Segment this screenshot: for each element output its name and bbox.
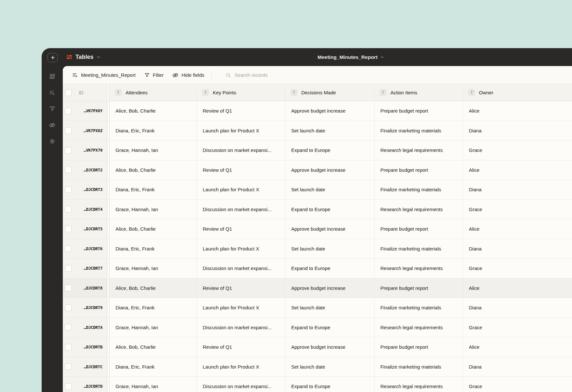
cell-key-points[interactable]: Review of Q1 [197,278,285,298]
row-id-cell[interactable]: …DJCDRTA [74,318,107,338]
cell-key-points[interactable]: Discussion on market expansi... [197,377,285,392]
row-id-cell[interactable]: …DJCDRT4 [74,200,107,220]
settings-icon[interactable] [49,138,56,145]
cell-owner[interactable]: Grace [463,259,572,278]
row-checkbox[interactable] [65,147,72,154]
row-id-cell[interactable]: …DJCDRTC [74,357,107,377]
row-checkbox[interactable] [65,108,72,114]
filter-button[interactable]: Filter [144,72,164,78]
back-button[interactable] [48,53,58,62]
row-id-cell[interactable]: …VK7PX6Y [74,101,107,121]
cell-action-items[interactable]: Finalize marketing materials [375,121,463,141]
cell-action-items[interactable]: Research legal requirements [375,377,463,392]
cell-action-items[interactable]: Finalize marketing materials [375,239,463,259]
cell-action-items[interactable]: Finalize marketing materials [375,357,463,377]
cell-owner[interactable]: Grace [463,377,572,392]
cell-attendees[interactable]: Diana, Eric, Frank [110,298,197,318]
row-checkbox[interactable] [65,363,72,370]
cell-owner[interactable]: Diana [463,239,572,259]
cell-attendees[interactable]: Grace, Hannah, Ian [110,318,197,338]
row-id-cell[interactable]: …DJCDRTB [74,337,107,357]
cell-owner[interactable]: Alice [463,160,572,180]
cell-attendees[interactable]: Alice, Bob, Charlie [110,160,197,180]
cell-decisions-made[interactable]: Expand to Europe [285,141,375,160]
cell-key-points[interactable]: Launch plan for Product X [197,357,285,377]
cell-key-points[interactable]: Review of Q1 [197,101,285,121]
cell-owner[interactable]: Grace [463,141,572,160]
cell-action-items[interactable]: Finalize marketing materials [375,180,463,200]
cell-decisions-made[interactable]: Set launch date [285,180,375,200]
cell-action-items[interactable]: Research legal requirements [375,318,463,338]
cell-decisions-made[interactable]: Approve budget increase [285,278,375,298]
cell-key-points[interactable]: Review of Q1 [197,337,285,357]
cell-action-items[interactable]: Prepare budget report [375,219,463,239]
cell-decisions-made[interactable]: Approve budget increase [285,160,375,180]
cell-attendees[interactable]: Alice, Bob, Charlie [110,219,197,239]
cell-decisions-made[interactable]: Set launch date [285,239,375,259]
row-checkbox[interactable] [65,127,72,134]
cell-key-points[interactable]: Discussion on market expansi... [197,141,285,160]
cell-decisions-made[interactable]: Set launch date [285,121,375,141]
cell-key-points[interactable]: Discussion on market expansi... [197,259,285,278]
cell-key-points[interactable]: Discussion on market expansi... [197,200,285,220]
row-id-cell[interactable]: …DJCDRT5 [74,219,107,239]
frozen-column-divider[interactable] [107,84,110,101]
row-checkbox[interactable] [65,167,72,173]
row-checkbox[interactable] [65,206,72,212]
cell-attendees[interactable]: Grace, Hannah, Ian [110,141,197,160]
row-id-cell[interactable]: …VK7PX6Z [74,121,107,141]
cell-owner[interactable]: Alice [463,101,572,121]
cell-owner[interactable]: Diana [463,121,572,141]
row-id-cell[interactable]: …VK7PX70 [74,141,107,160]
cell-key-points[interactable]: Review of Q1 [197,219,285,239]
cell-action-items[interactable]: Prepare budget report [375,337,463,357]
cell-decisions-made[interactable]: Set launch date [285,357,375,377]
cell-action-items[interactable]: Research legal requirements [375,259,463,278]
add-view-icon[interactable] [49,89,56,96]
row-id-cell[interactable]: …DJCDRT3 [74,180,107,200]
cell-attendees[interactable]: Alice, Bob, Charlie [110,101,197,121]
cell-decisions-made[interactable]: Approve budget increase [285,219,375,239]
cell-decisions-made[interactable]: Set launch date [285,298,375,318]
cell-key-points[interactable]: Launch plan for Product X [197,298,285,318]
column-header-decisions-made[interactable]: T Decisions Made [285,84,375,101]
row-checkbox[interactable] [65,186,72,193]
row-id-cell[interactable]: …DJCDRTD [74,377,107,392]
cell-action-items[interactable]: Prepare budget report [375,101,463,121]
cell-key-points[interactable]: Launch plan for Product X [197,121,285,141]
cell-attendees[interactable]: Diana, Eric, Frank [110,180,197,200]
cell-action-items[interactable]: Finalize marketing materials [375,298,463,318]
row-id-cell[interactable]: …DJCDRT6 [74,239,107,259]
cell-owner[interactable]: Diana [463,298,572,318]
cell-key-points[interactable]: Discussion on market expansi... [197,318,285,338]
app-brand[interactable]: Tables [66,48,101,66]
apps-icon[interactable] [49,73,56,80]
row-id-cell[interactable]: …DJCDRT8 [74,278,107,298]
row-checkbox[interactable] [65,245,72,252]
cell-attendees[interactable]: Grace, Hannah, Ian [110,259,197,278]
row-checkbox[interactable] [65,324,72,331]
cell-owner[interactable]: Grace [463,200,572,220]
cell-attendees[interactable]: Diana, Eric, Frank [110,239,197,259]
row-id-cell[interactable]: …DJCDRT7 [74,259,107,278]
row-checkbox[interactable] [65,226,72,232]
cell-decisions-made[interactable]: Expand to Europe [285,259,375,278]
column-header-action-items[interactable]: T Action Items [375,84,463,101]
column-header-owner[interactable]: T Owner [463,84,572,101]
cell-owner[interactable]: Grace [463,318,572,338]
cell-owner[interactable]: Diana [463,357,572,377]
cell-owner[interactable]: Alice [463,219,572,239]
row-checkbox[interactable] [65,285,72,291]
hide-fields-button[interactable]: Hide fields [172,72,204,78]
cell-key-points[interactable]: Launch plan for Product X [197,239,285,259]
cell-owner[interactable]: Alice [463,337,572,357]
row-checkbox[interactable] [65,304,72,311]
row-checkbox[interactable] [65,265,72,272]
filter-icon[interactable] [49,105,56,112]
cell-attendees[interactable]: Diana, Eric, Frank [110,357,197,377]
cell-decisions-made[interactable]: Approve budget increase [285,101,375,121]
row-id-cell[interactable]: …DJCDRT9 [74,298,107,318]
cell-key-points[interactable]: Review of Q1 [197,160,285,180]
cell-action-items[interactable]: Prepare budget report [375,278,463,298]
select-all-checkbox[interactable] [65,89,72,96]
